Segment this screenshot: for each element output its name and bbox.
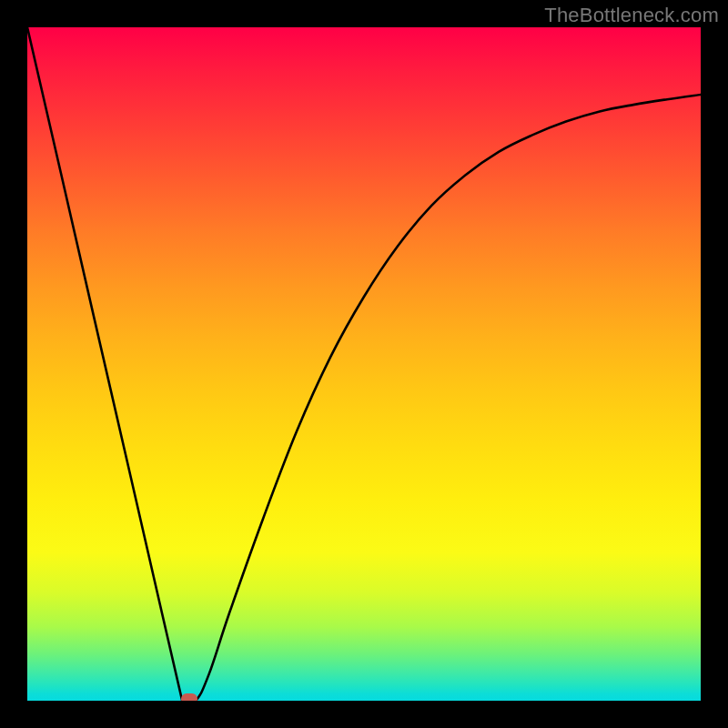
curve-svg [27,27,701,701]
watermark-text: TheBottleneck.com [544,4,719,27]
bottleneck-curve [27,27,701,701]
plot-area [27,27,701,701]
optimal-point-marker [181,693,197,701]
chart-frame: TheBottleneck.com [0,0,728,728]
